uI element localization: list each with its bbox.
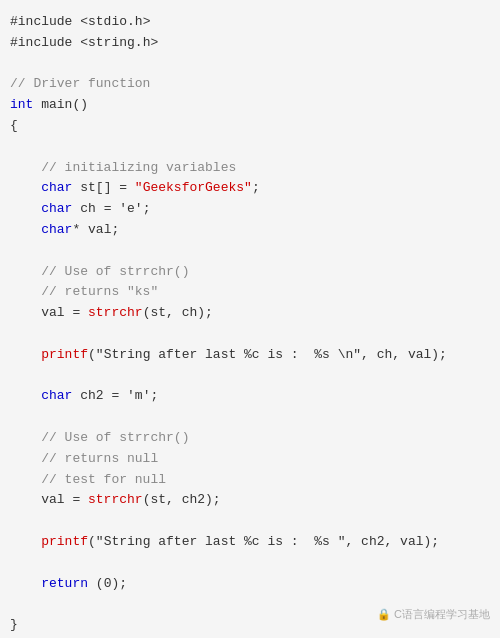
code-token: ("String after last %c is : %s ", ch2, v… (88, 534, 439, 549)
code-token: (st, ch); (143, 305, 213, 320)
code-line: char st[] = "GeeksforGeeks"; (10, 178, 490, 199)
code-token: ("String after last %c is : %s \n", ch, … (88, 347, 447, 362)
code-token: "GeeksforGeeks" (135, 180, 252, 195)
code-token: (st, ch2); (143, 492, 221, 507)
code-token: ; (143, 201, 151, 216)
code-token: return (41, 576, 88, 591)
code-content: #include <stdio.h>#include <string.h>// … (10, 12, 490, 636)
code-token: char (41, 222, 72, 237)
code-token (10, 201, 41, 216)
code-token: } (10, 617, 18, 632)
code-token: val = (10, 305, 88, 320)
code-line: char* val; (10, 220, 490, 241)
code-empty-line (10, 553, 490, 574)
code-line: val = strrchr(st, ch); (10, 303, 490, 324)
code-line: val = strrchr(st, ch2); (10, 490, 490, 511)
code-token (10, 388, 41, 403)
code-token: ; (252, 180, 260, 195)
code-token: // initializing variables (10, 160, 236, 175)
code-token: main() (41, 97, 88, 112)
code-empty-line (10, 407, 490, 428)
code-empty-line (10, 137, 490, 158)
code-token: strrchr (88, 492, 143, 507)
code-token: printf (41, 534, 88, 549)
code-line: printf("String after last %c is : %s ", … (10, 532, 490, 553)
code-token: * val; (72, 222, 119, 237)
code-token: // test for null (10, 472, 166, 487)
code-token (10, 180, 41, 195)
code-token: // returns null (10, 451, 158, 466)
code-token: // Use of strrchr() (10, 264, 189, 279)
code-line: printf("String after last %c is : %s \n"… (10, 345, 490, 366)
code-editor: #include <stdio.h>#include <string.h>// … (0, 0, 500, 638)
code-token: char (41, 388, 72, 403)
code-token: 'm' (127, 388, 150, 403)
code-empty-line (10, 241, 490, 262)
code-line: // initializing variables (10, 158, 490, 179)
code-token: <string.h> (80, 35, 158, 50)
code-token: 'e' (119, 201, 142, 216)
code-token: #include (10, 35, 80, 50)
code-token: { (10, 118, 18, 133)
code-token: <stdio.h> (80, 14, 150, 29)
code-token: ; (150, 388, 158, 403)
code-empty-line (10, 511, 490, 532)
code-line: // Use of strrchr() (10, 262, 490, 283)
code-token: ch = (72, 201, 119, 216)
code-token: st[] = (72, 180, 134, 195)
code-empty-line (10, 324, 490, 345)
code-token: printf (41, 347, 88, 362)
code-token (10, 534, 41, 549)
code-token: char (41, 201, 72, 216)
code-line: char ch = 'e'; (10, 199, 490, 220)
code-line: int main() (10, 95, 490, 116)
code-token (10, 347, 41, 362)
code-token: #include (10, 14, 80, 29)
code-empty-line (10, 54, 490, 75)
code-token: strrchr (88, 305, 143, 320)
code-token (10, 222, 41, 237)
code-empty-line (10, 366, 490, 387)
code-line: // test for null (10, 470, 490, 491)
code-line: // Driver function (10, 74, 490, 95)
code-token: ch2 = (72, 388, 127, 403)
code-line: { (10, 116, 490, 137)
code-token: // returns "ks" (10, 284, 158, 299)
watermark-text: C语言编程学习基地 (394, 608, 490, 620)
code-token: // Use of strrchr() (10, 430, 189, 445)
code-line: return (0); (10, 574, 490, 595)
code-token (10, 576, 41, 591)
code-line: // returns null (10, 449, 490, 470)
code-line: // Use of strrchr() (10, 428, 490, 449)
code-line: // returns "ks" (10, 282, 490, 303)
watermark-icon: 🔒 (377, 608, 394, 620)
code-token: // Driver function (10, 76, 150, 91)
code-line: #include <stdio.h> (10, 12, 490, 33)
code-token: char (41, 180, 72, 195)
code-token: (0); (88, 576, 127, 591)
code-line: char ch2 = 'm'; (10, 386, 490, 407)
code-line: #include <string.h> (10, 33, 490, 54)
code-token: int (10, 97, 41, 112)
code-token: val = (10, 492, 88, 507)
watermark: 🔒 C语言编程学习基地 (377, 606, 490, 624)
